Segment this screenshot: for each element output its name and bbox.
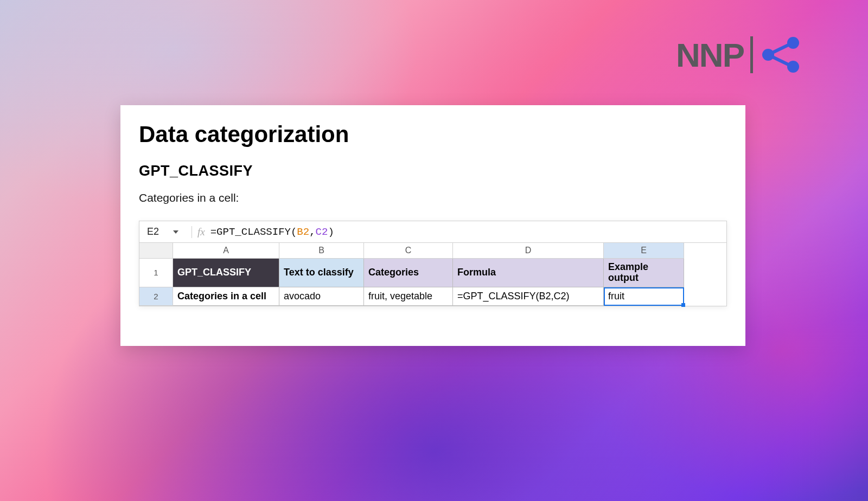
brand-logo: NNP: [676, 35, 803, 74]
cell-b2[interactable]: avocado: [279, 287, 364, 306]
logo-text: NNP: [676, 36, 744, 74]
cell-c1[interactable]: Categories: [364, 259, 453, 287]
divider: [192, 226, 192, 238]
cell-a2[interactable]: Categories in a cell: [173, 287, 279, 306]
share-icon: [760, 35, 803, 74]
fx-icon[interactable]: fx: [197, 226, 205, 238]
cell-e2[interactable]: fruit: [604, 287, 684, 306]
cell-d2[interactable]: =GPT_CLASSIFY(B2,C2): [453, 287, 604, 306]
content-card: Data categorization GPT_CLASSIFY Categor…: [120, 105, 745, 346]
spreadsheet: E2 fx =GPT_CLASSIFY(B2,C2) A B C D E 1 G…: [139, 221, 727, 306]
svg-point-1: [762, 49, 774, 61]
cell-d1[interactable]: Formula: [453, 259, 604, 287]
cell-e1[interactable]: Example output: [604, 259, 684, 287]
row-header-1[interactable]: 1: [139, 259, 173, 287]
name-box[interactable]: E2: [139, 226, 186, 237]
spreadsheet-grid: A B C D E 1 GPT_CLASSIFY Text to classif…: [139, 243, 726, 306]
column-header-b[interactable]: B: [279, 243, 364, 259]
section-heading: GPT_CLASSIFY: [139, 163, 727, 179]
logo-divider: [750, 36, 753, 73]
column-header-c[interactable]: C: [364, 243, 453, 259]
svg-line-4: [773, 57, 788, 65]
page-title: Data categorization: [139, 121, 727, 147]
cell-c2[interactable]: fruit, vegetable: [364, 287, 453, 306]
name-box-value: E2: [147, 226, 159, 237]
row-header-2[interactable]: 2: [139, 287, 173, 306]
column-header-a[interactable]: A: [173, 243, 279, 259]
section-description: Categories in a cell:: [139, 191, 727, 204]
chevron-down-icon[interactable]: [173, 230, 178, 234]
formula-input[interactable]: =GPT_CLASSIFY(B2,C2): [210, 226, 334, 238]
column-header-e[interactable]: E: [604, 243, 684, 259]
svg-line-3: [773, 45, 788, 53]
select-all-corner[interactable]: [139, 243, 173, 259]
svg-point-2: [787, 61, 799, 73]
cell-a1[interactable]: GPT_CLASSIFY: [173, 259, 279, 287]
cell-b1[interactable]: Text to classify: [279, 259, 364, 287]
column-header-d[interactable]: D: [453, 243, 604, 259]
formula-bar: E2 fx =GPT_CLASSIFY(B2,C2): [139, 221, 726, 243]
svg-point-0: [787, 37, 799, 49]
